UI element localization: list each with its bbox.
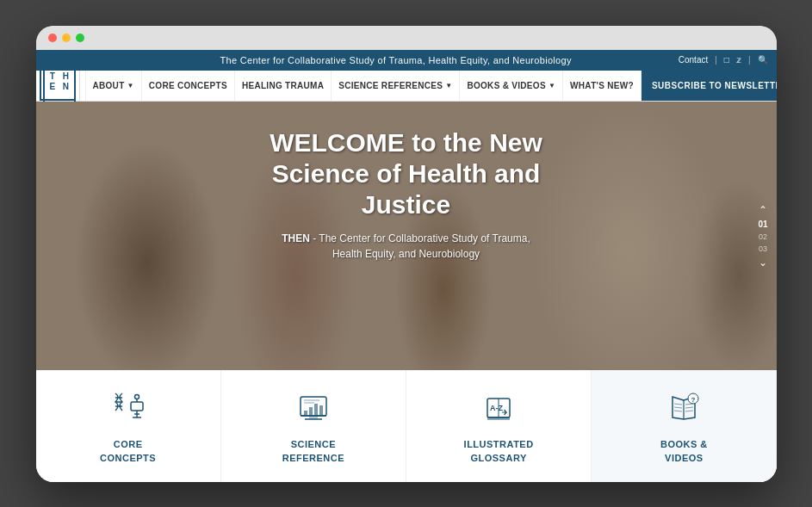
subscribe-button[interactable]: SUBSCRIBE TO NEWSLETTER bbox=[642, 71, 777, 101]
card-science-reference[interactable]: SCIENCE REFERENCE bbox=[221, 370, 406, 482]
logo-n: N bbox=[59, 82, 72, 91]
scroll-indicators: ⌃ 01 02 03 ⌄ bbox=[758, 203, 767, 268]
separator1: | bbox=[715, 55, 717, 65]
logo-empty bbox=[46, 92, 72, 101]
card-books-videos[interactable]: ? BOOKS & VIDEOS bbox=[592, 370, 776, 482]
nav-items: ABOUT ▼ CORE CONCEPTS HEALING TRAUMA SCI… bbox=[80, 71, 777, 101]
hero-subtitle: THEN - The Center for Collaborative Stud… bbox=[277, 231, 536, 262]
logo-area[interactable]: T H E N CENTER bbox=[36, 71, 80, 101]
maximize-button[interactable] bbox=[76, 34, 84, 42]
search-icon[interactable]: 🔍 bbox=[758, 55, 768, 65]
logo-t: T bbox=[46, 71, 59, 81]
website: The Center for Collaborative Study of Tr… bbox=[36, 50, 777, 482]
svg-line-29 bbox=[685, 407, 693, 408]
card-core-concepts[interactable]: CORE CONCEPTS bbox=[36, 370, 221, 482]
close-button[interactable] bbox=[48, 34, 57, 42]
svg-line-26 bbox=[674, 407, 682, 408]
scroll-up-arrow[interactable]: ⌃ bbox=[759, 203, 767, 215]
separator2: | bbox=[748, 55, 751, 65]
svg-line-27 bbox=[674, 411, 682, 411]
nav-core-concepts[interactable]: CORE CONCEPTS bbox=[142, 71, 235, 101]
svg-line-30 bbox=[685, 411, 693, 411]
svg-line-25 bbox=[674, 404, 682, 405]
logo-box: T H E N bbox=[40, 65, 76, 101]
svg-point-7 bbox=[134, 395, 139, 399]
nav-whats-new[interactable]: WHAT'S NEW? bbox=[563, 71, 642, 101]
hero-brand: THEN bbox=[282, 232, 310, 244]
svg-rect-3 bbox=[131, 402, 143, 411]
nav-healing-trauma[interactable]: HEALING TRAUMA bbox=[235, 71, 332, 101]
svg-rect-16 bbox=[319, 405, 323, 416]
contact-link[interactable]: Contact bbox=[679, 55, 708, 65]
svg-rect-15 bbox=[314, 404, 318, 416]
card-books-videos-label: BOOKS & VIDEOS bbox=[660, 438, 708, 465]
bottom-cards: CORE CONCEPTS bbox=[36, 370, 777, 482]
logo-e: E bbox=[46, 82, 59, 91]
top-banner: The Center for Collaborative Study of Tr… bbox=[36, 50, 777, 71]
browser-content: The Center for Collaborative Study of Tr… bbox=[36, 50, 777, 482]
az-book-icon: A-Z bbox=[477, 386, 520, 430]
nav-about[interactable]: ABOUT ▼ bbox=[85, 71, 142, 101]
minimize-button[interactable] bbox=[62, 34, 71, 42]
card-illustrated-glossary-label: ILLUSTRATED GLOSSARY bbox=[464, 438, 534, 465]
twitter-icon[interactable]: 𝕫 bbox=[736, 55, 741, 65]
scroll-down-arrow[interactable]: ⌄ bbox=[759, 256, 767, 268]
hero-subtitle-text: - The Center for Collaborative Study of … bbox=[310, 232, 530, 260]
navbar: T H E N CENTER ABOUT ▼ bbox=[36, 71, 777, 102]
scroll-page-02[interactable]: 02 bbox=[759, 232, 767, 240]
svg-text:?: ? bbox=[691, 396, 696, 404]
device-top-bar bbox=[36, 26, 777, 50]
hero-content: WELCOME to the New Science of Health and… bbox=[36, 102, 777, 370]
svg-text:A-Z: A-Z bbox=[490, 404, 503, 412]
computer-chart-icon bbox=[292, 386, 335, 430]
banner-right: Contact | □ 𝕫 | 🔍 bbox=[679, 55, 768, 65]
hero-section: WELCOME to the New Science of Health and… bbox=[36, 102, 777, 370]
hero-title: WELCOME to the New Science of Health and… bbox=[226, 127, 587, 220]
nav-books-videos[interactable]: BOOKS & VIDEOS ▼ bbox=[460, 71, 563, 101]
svg-rect-14 bbox=[309, 407, 313, 416]
science-arrow: ▼ bbox=[445, 82, 452, 90]
card-science-reference-label: SCIENCE REFERENCE bbox=[282, 438, 344, 465]
card-core-concepts-label: CORE CONCEPTS bbox=[100, 438, 156, 465]
books-arrow: ▼ bbox=[549, 82, 555, 90]
banner-text: The Center for Collaborative Study of Tr… bbox=[114, 55, 679, 65]
scroll-page-01[interactable]: 01 bbox=[758, 219, 767, 228]
dna-microscope-icon bbox=[107, 386, 150, 430]
scroll-page-03[interactable]: 03 bbox=[759, 244, 767, 252]
card-illustrated-glossary[interactable]: A-Z ILLUSTRATED GLOSSARY bbox=[406, 370, 592, 482]
open-book-icon: ? bbox=[662, 386, 705, 430]
svg-rect-13 bbox=[304, 411, 307, 416]
nav-science-references[interactable]: SCIENCE REFERENCES ▼ bbox=[332, 71, 460, 101]
about-arrow: ▼ bbox=[127, 82, 134, 90]
logo-h: H bbox=[59, 71, 72, 81]
instagram-icon[interactable]: □ bbox=[724, 55, 729, 65]
device-frame: The Center for Collaborative Study of Tr… bbox=[36, 26, 777, 482]
